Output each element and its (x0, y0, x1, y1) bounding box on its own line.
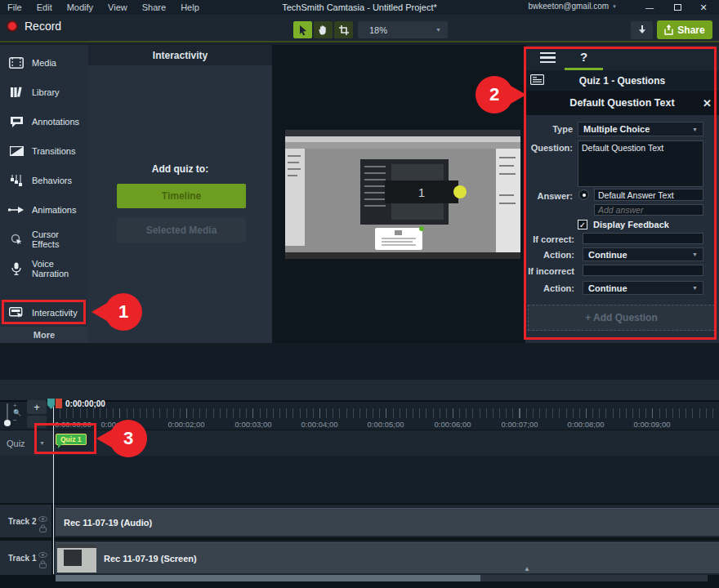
if-incorrect-label: If incorrect (525, 266, 574, 276)
main-toolbar: Record 18% ▼ Share (0, 15, 719, 42)
playhead-out-marker[interactable] (56, 399, 62, 408)
menu-share[interactable]: Share (135, 2, 173, 12)
scrollbar-track[interactable] (480, 575, 708, 581)
close-icon[interactable]: ✕ (703, 97, 712, 109)
if-correct-label: If correct: (525, 234, 574, 244)
library-icon (8, 87, 25, 98)
download-button[interactable] (631, 21, 653, 39)
voice-narration-icon (8, 262, 25, 275)
preview-tab-strip (285, 142, 520, 149)
preview-browser-bar (285, 130, 520, 136)
share-icon (664, 24, 673, 35)
track-height-controls[interactable]: + 🔍 − (0, 402, 25, 433)
crop-icon (339, 25, 349, 35)
crop-tool-button[interactable] (334, 21, 353, 38)
sidebar-item-cursor-effects[interactable]: Cursor Effects (0, 227, 88, 252)
maximize-icon (674, 4, 681, 11)
menu-help[interactable]: Help (173, 2, 207, 12)
sidebar-item-media[interactable]: Media (0, 51, 88, 75)
sidebar: Media Library Annotations Transitions Be… (0, 45, 88, 327)
answer-input[interactable] (594, 189, 703, 201)
menu-file[interactable]: File (0, 2, 29, 12)
track-options-button[interactable] (27, 416, 47, 428)
playhead-line[interactable] (53, 407, 54, 574)
add-track-button[interactable]: + (27, 400, 47, 414)
annotations-icon (8, 116, 25, 127)
lock-icon[interactable] (39, 521, 47, 536)
tab-menu[interactable] (530, 45, 565, 70)
answer-radio[interactable] (578, 189, 589, 200)
quiz-track-header[interactable]: Quiz ▼ (0, 430, 53, 456)
canvas-zoom-select[interactable]: 18% ▼ (358, 21, 448, 38)
hand-icon (318, 24, 328, 35)
download-icon (638, 25, 646, 35)
track-zoom-handle[interactable] (4, 420, 11, 426)
tab-help[interactable]: ? (565, 45, 603, 70)
ruler-label: 0:00:06;00 (431, 420, 474, 429)
share-button[interactable]: Share (657, 20, 712, 39)
add-quiz-label: Add quiz to: (88, 163, 272, 175)
close-button[interactable]: ✕ (693, 0, 714, 15)
add-question-button[interactable]: + Add Question (528, 305, 715, 331)
chevron-down-icon: ▼ (612, 4, 617, 9)
action2-select[interactable]: Continue ▼ (583, 281, 703, 295)
pan-tool-button[interactable] (314, 21, 333, 38)
add-answer-input[interactable] (594, 204, 703, 216)
track-row: Rec 11-07-19 (Audio) Track 2 (0, 505, 719, 537)
sidebar-item-transitions[interactable]: Transitions (0, 139, 88, 163)
action-select[interactable]: Continue ▼ (583, 247, 703, 261)
action-label: Action: (525, 250, 574, 260)
menu-modify[interactable]: Modify (60, 2, 100, 12)
sidebar-item-annotations[interactable]: Annotations (0, 109, 88, 134)
quiz-header-row: Quiz 1 - Questions (525, 70, 719, 91)
add-quiz-timeline-button[interactable]: Timeline (117, 184, 246, 208)
track1-header[interactable]: Track 1 (0, 541, 53, 575)
video-preview-frame[interactable]: 1 (285, 130, 520, 259)
ruler-label: 0:00:05;00 (364, 420, 407, 429)
question-title: Default Question Text (525, 97, 719, 109)
transitions-icon (8, 146, 25, 156)
hamburger-icon (540, 52, 556, 64)
account-menu[interactable]: bwkeeton@gmail.com ▼ (529, 2, 617, 11)
sidebar-item-voice-narration[interactable]: Voice Narration (0, 256, 88, 281)
audio-clip[interactable]: Rec 11-07-19 (Audio) (56, 508, 719, 536)
type-label: Type (525, 124, 573, 134)
if-correct-input[interactable] (583, 233, 703, 244)
sidebar-item-library[interactable]: Library (0, 80, 88, 105)
chevron-down-icon: ▼ (692, 285, 698, 291)
sidebar-item-interactivity[interactable]: Interactivity (0, 301, 88, 325)
display-feedback-checkbox[interactable]: ✓ (578, 220, 587, 229)
menu-edit[interactable]: Edit (29, 2, 60, 12)
interactivity-icon (8, 307, 25, 318)
question-input[interactable]: Default Question Text (578, 140, 703, 187)
select-tool-button[interactable] (293, 21, 312, 38)
sidebar-item-animations[interactable]: Animations (0, 198, 88, 222)
timeline-ruler[interactable] (53, 408, 719, 418)
chevron-down-icon: ▼ (435, 27, 441, 33)
add-quiz-selected-media-button[interactable]: Selected Media (117, 218, 246, 243)
cursor-arrow-icon (298, 24, 308, 36)
callout-3: 3 (109, 420, 147, 457)
scrollbar-thumb[interactable] (56, 575, 480, 581)
cursor-highlight-icon (453, 185, 467, 198)
if-incorrect-input[interactable] (583, 265, 703, 276)
chevron-down-icon: ▼ (39, 440, 45, 446)
type-select[interactable]: Multiple Choice ▼ (578, 122, 703, 136)
preview-right-column (496, 149, 520, 252)
maximize-button[interactable] (667, 0, 688, 15)
quiz-marker[interactable]: Quiz 1 (56, 434, 87, 445)
lock-icon[interactable] (39, 557, 47, 572)
record-icon (7, 20, 18, 32)
scroll-up-icon[interactable]: ▲ (524, 565, 530, 572)
sidebar-item-behaviors[interactable]: Behaviors (0, 168, 88, 193)
screen-clip[interactable]: Rec 11-07-19 (Screen) (56, 542, 719, 573)
sidebar-more-button[interactable]: More (0, 327, 88, 343)
record-button[interactable]: Record (7, 20, 61, 33)
action2-label: Action: (525, 283, 574, 293)
preview-notification-card (375, 228, 422, 250)
track2-header[interactable]: Track 2 (0, 505, 53, 537)
ruler-label: 0:00:02;00 (165, 420, 208, 429)
cursor-effects-icon (8, 234, 25, 246)
menu-view[interactable]: View (100, 2, 135, 12)
minimize-button[interactable]: — (639, 0, 660, 15)
